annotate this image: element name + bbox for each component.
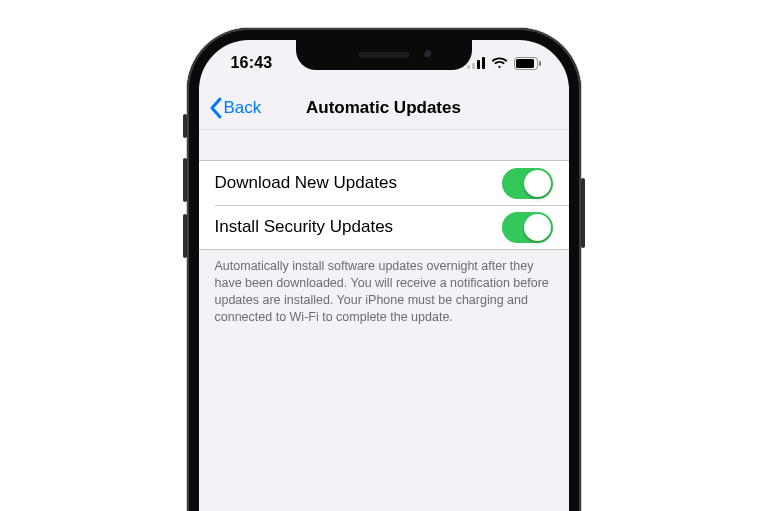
back-button[interactable]: Back bbox=[209, 86, 262, 129]
toggle-install-security-updates[interactable] bbox=[502, 212, 553, 243]
svg-rect-3 bbox=[482, 57, 485, 69]
settings-group: Download New Updates Install Security Up… bbox=[199, 160, 569, 250]
back-label: Back bbox=[224, 98, 262, 118]
section-spacer bbox=[199, 130, 569, 160]
nav-bar: Back Automatic Updates bbox=[199, 86, 569, 130]
svg-rect-0 bbox=[467, 65, 470, 69]
wifi-icon bbox=[491, 57, 508, 69]
svg-rect-6 bbox=[539, 61, 541, 66]
status-icons bbox=[467, 57, 541, 70]
row-install-security-updates[interactable]: Install Security Updates bbox=[199, 205, 569, 249]
row-label: Install Security Updates bbox=[215, 217, 394, 237]
power-button bbox=[581, 178, 585, 248]
chevron-left-icon bbox=[209, 97, 222, 119]
content: Download New Updates Install Security Up… bbox=[199, 130, 569, 511]
status-time: 16:43 bbox=[231, 54, 273, 72]
row-download-new-updates[interactable]: Download New Updates bbox=[199, 161, 569, 205]
page-title: Automatic Updates bbox=[306, 98, 461, 118]
notch bbox=[296, 40, 472, 70]
volume-up-button bbox=[183, 158, 187, 202]
svg-rect-1 bbox=[472, 63, 475, 69]
screen: 16:43 bbox=[199, 40, 569, 511]
toggle-download-new-updates[interactable] bbox=[502, 168, 553, 199]
battery-icon bbox=[514, 57, 541, 70]
mute-switch bbox=[183, 114, 187, 138]
svg-rect-5 bbox=[516, 59, 534, 68]
volume-down-button bbox=[183, 214, 187, 258]
svg-rect-2 bbox=[477, 60, 480, 69]
section-footer-text: Automatically install software updates o… bbox=[199, 250, 569, 326]
row-label: Download New Updates bbox=[215, 173, 397, 193]
speaker-grille bbox=[358, 52, 410, 58]
front-camera bbox=[424, 50, 434, 60]
phone-frame: 16:43 bbox=[187, 28, 581, 511]
